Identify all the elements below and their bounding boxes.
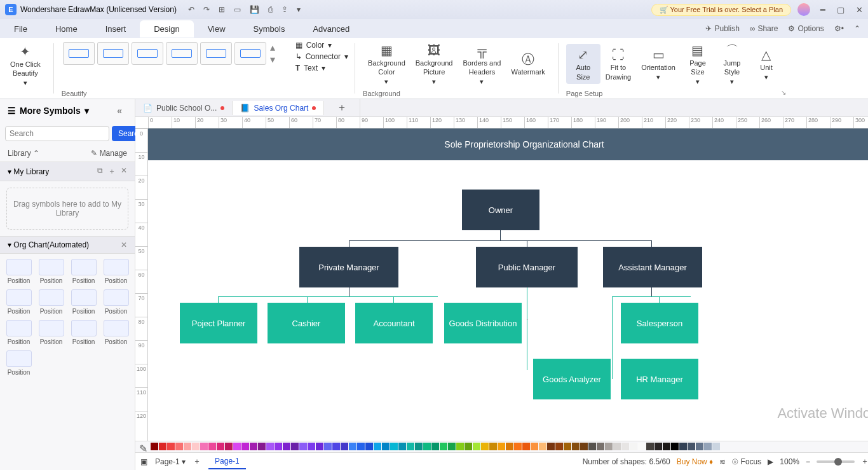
color-swatch[interactable]: [374, 443, 381, 450]
color-swatch[interactable]: [407, 443, 414, 450]
color-swatch[interactable]: [341, 443, 348, 450]
collapse-ribbon-icon[interactable]: ⌃: [854, 24, 860, 33]
menu-home[interactable]: Home: [41, 20, 92, 38]
color-swatch[interactable]: [580, 443, 588, 450]
theme-4[interactable]: [166, 42, 198, 65]
open-icon[interactable]: ▭: [234, 5, 241, 14]
color-swatch[interactable]: [489, 443, 497, 450]
orgchart-close-icon[interactable]: ✕: [121, 240, 127, 249]
tab-sales-org[interactable]: 📘 Sales Org Chart: [233, 101, 324, 115]
color-swatch[interactable]: [431, 443, 439, 450]
color-swatch[interactable]: [564, 443, 571, 450]
color-swatch[interactable]: [597, 443, 604, 450]
page-tab-1[interactable]: Page-1: [208, 454, 246, 469]
color-swatch[interactable]: [258, 443, 266, 450]
symbol-position[interactable]: Position: [102, 259, 130, 284]
color-swatch[interactable]: [646, 443, 654, 450]
color-swatch[interactable]: [605, 443, 613, 450]
notif-icon[interactable]: ⚙•: [834, 24, 844, 33]
add-page-icon[interactable]: ＋: [193, 456, 201, 467]
sidebar-collapse-icon[interactable]: «: [117, 106, 127, 116]
color-swatch[interactable]: [456, 443, 464, 450]
symbol-position[interactable]: Position: [70, 259, 97, 284]
chart-title[interactable]: Sole Proprietorship Organizational Chart: [148, 128, 868, 160]
maximize-icon[interactable]: ▢: [837, 5, 844, 15]
mylib-copy-icon[interactable]: ⧉: [97, 166, 103, 177]
color-swatch[interactable]: [498, 443, 505, 450]
library-label[interactable]: Library ⌃: [8, 149, 39, 158]
color-swatch[interactable]: [357, 443, 365, 450]
color-swatch[interactable]: [167, 443, 175, 450]
user-avatar[interactable]: [797, 3, 810, 16]
node-hr-manager[interactable]: HR Manager: [621, 359, 698, 399]
color-swatch[interactable]: [200, 443, 208, 450]
manage-library[interactable]: ✎ Manage: [91, 149, 127, 158]
color-swatch[interactable]: [283, 443, 290, 450]
menu-insert[interactable]: Insert: [92, 20, 140, 38]
theme-up-icon[interactable]: ▴: [270, 41, 275, 53]
theme-1[interactable]: [63, 42, 95, 65]
color-swatch[interactable]: [291, 443, 299, 450]
menu-view[interactable]: View: [194, 20, 240, 38]
color-swatch[interactable]: [365, 443, 373, 450]
layout-toggle-icon[interactable]: ▣: [140, 457, 147, 466]
color-swatch[interactable]: [299, 443, 307, 450]
color-swatch[interactable]: [712, 443, 720, 450]
buy-now-link[interactable]: Buy Now ♦: [677, 457, 714, 466]
color-swatch[interactable]: [621, 443, 629, 450]
symbol-position[interactable]: Position: [102, 289, 130, 315]
theme-down-icon[interactable]: ▾: [270, 53, 275, 66]
bg-color-button[interactable]: ▦Background Color ▾: [363, 39, 410, 88]
symbol-position[interactable]: Position: [5, 320, 32, 345]
color-swatch[interactable]: [481, 443, 489, 450]
page-selector[interactable]: Page-1 ▾: [155, 457, 186, 466]
color-swatch[interactable]: [415, 443, 423, 450]
color-swatch[interactable]: [630, 443, 637, 450]
borders-headers-button[interactable]: ╦Borders and Headers ▾: [458, 39, 506, 88]
zoom-value[interactable]: 100%: [780, 457, 799, 466]
color-swatch[interactable]: [531, 443, 538, 450]
watermark-button[interactable]: ⒶWatermark: [506, 48, 550, 79]
color-swatch[interactable]: [217, 443, 224, 450]
symbol-position[interactable]: Position: [37, 320, 65, 345]
print-icon[interactable]: ⎙: [268, 5, 273, 14]
mylib-close-icon[interactable]: ✕: [121, 166, 127, 177]
menu-file[interactable]: File: [0, 20, 41, 38]
symbol-position[interactable]: Position: [37, 259, 65, 284]
theme-3[interactable]: [132, 42, 163, 65]
color-swatch[interactable]: [465, 443, 472, 450]
node-private-manager[interactable]: Private Manager: [299, 247, 398, 287]
color-swatch[interactable]: [473, 443, 480, 450]
color-swatch[interactable]: [555, 443, 563, 450]
menu-symbols[interactable]: Symbols: [240, 20, 299, 38]
symbol-position[interactable]: Position: [102, 320, 130, 345]
new-icon[interactable]: ⊞: [219, 5, 225, 14]
color-swatch[interactable]: [175, 443, 183, 450]
focus-toggle[interactable]: ⦾ Focus: [732, 457, 761, 466]
color-swatch[interactable]: [448, 443, 456, 450]
node-goods-analyzer[interactable]: Goods Analyzer: [533, 359, 611, 399]
node-salesperson[interactable]: Salesperson: [621, 303, 698, 343]
add-tab-button[interactable]: ＋: [324, 99, 360, 117]
menu-advanced[interactable]: Advanced: [299, 20, 363, 38]
color-swatch[interactable]: [382, 443, 390, 450]
theme-2[interactable]: [97, 42, 129, 65]
color-swatch[interactable]: [159, 443, 166, 450]
page-size-button[interactable]: ▤Page Size ▾: [681, 39, 715, 88]
eyedropper-icon[interactable]: ✎: [139, 443, 147, 451]
close-icon[interactable]: ✕: [856, 5, 863, 15]
color-swatch[interactable]: [522, 443, 530, 450]
color-swatch[interactable]: [266, 443, 274, 450]
mylib-add-icon[interactable]: ＋: [108, 166, 116, 177]
color-swatch[interactable]: [704, 443, 712, 450]
symbol-position[interactable]: Position: [5, 259, 32, 284]
node-cashier[interactable]: Cashier: [268, 303, 345, 343]
menu-design[interactable]: Design: [140, 20, 193, 38]
color-swatch[interactable]: [654, 443, 662, 450]
one-click-beautify-button[interactable]: ✦ One Click Beautify ▾: [5, 41, 46, 90]
mylibrary-dropzone[interactable]: Drag symbols here to add to My Library: [6, 188, 128, 230]
text-menu[interactable]: T Text ▾: [295, 64, 348, 73]
color-swatch[interactable]: [184, 443, 191, 450]
color-swatch[interactable]: [225, 443, 233, 450]
color-swatch[interactable]: [308, 443, 315, 450]
